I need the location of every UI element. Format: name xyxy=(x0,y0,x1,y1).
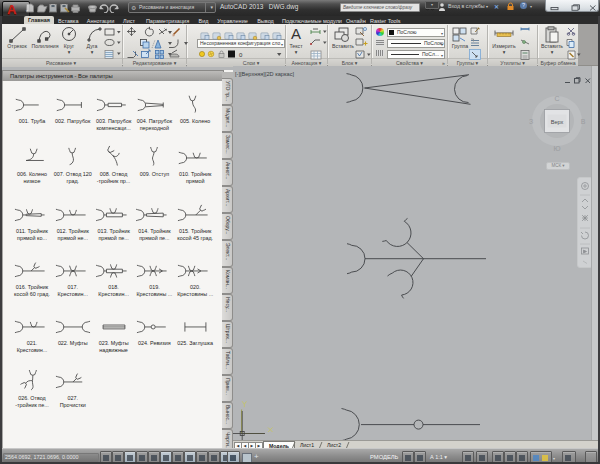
svg-text:С: С xyxy=(554,95,559,102)
svg-text:Ю: Ю xyxy=(553,145,560,152)
svg-text:В: В xyxy=(581,118,586,125)
svg-text:Верх: Верх xyxy=(551,119,564,125)
svg-text:З: З xyxy=(529,118,533,125)
